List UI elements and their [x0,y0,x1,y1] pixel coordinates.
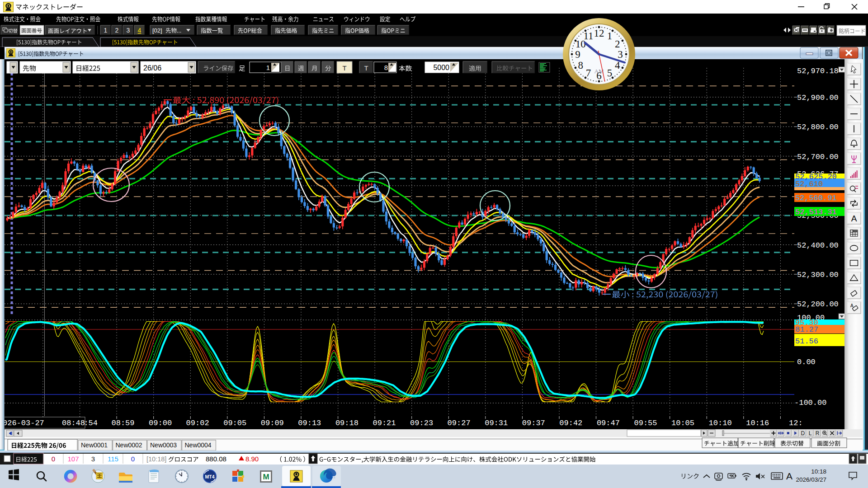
svg-text:5: 5 [607,67,613,79]
svg-text:115: 115 [108,455,118,463]
svg-text:New0002: New0002 [116,441,142,449]
svg-text:8.90: 8.90 [245,455,259,463]
svg-text:5000: 5000 [433,64,449,71]
svg-text:MT4: MT4 [205,474,215,479]
svg-text:8: 8 [384,64,388,71]
svg-text:New0001: New0001 [81,441,108,449]
svg-text:A: A [851,214,857,223]
svg-text:10:18: 10:18 [811,468,826,475]
svg-text:1: 1 [607,30,613,42]
svg-text:T: T [342,64,346,72]
svg-text:New0003: New0003 [150,441,177,449]
svg-text:0: 0 [52,455,55,463]
svg-text:R: R [816,430,820,436]
svg-text:M: M [263,473,269,481]
svg-text:9: 9 [575,49,580,60]
svg-text:A: A [786,471,793,481]
svg-text:12: 12 [594,28,604,39]
svg-text:107: 107 [67,455,79,463]
svg-text:A: A [850,303,854,308]
svg-text:26/06: 26/06 [143,64,161,72]
svg-text:3: 3 [618,49,623,60]
svg-text:11: 11 [583,30,593,42]
svg-text:7: 7 [586,67,591,79]
svg-text:8: 8 [578,60,584,71]
svg-text:1: 1 [266,64,270,71]
svg-text:[10:18]: [10:18] [146,455,166,463]
svg-text:New0004: New0004 [185,441,212,449]
svg-text:3: 3 [91,455,95,463]
svg-text:T: T [364,64,368,72]
svg-text:L: L [809,430,812,436]
svg-text:0: 0 [131,455,135,463]
svg-text:880.08: 880.08 [206,455,226,463]
svg-text:2026/03/27: 2026/03/27 [796,476,826,483]
svg-text:2: 2 [615,38,620,50]
svg-text:D: D [801,430,805,436]
